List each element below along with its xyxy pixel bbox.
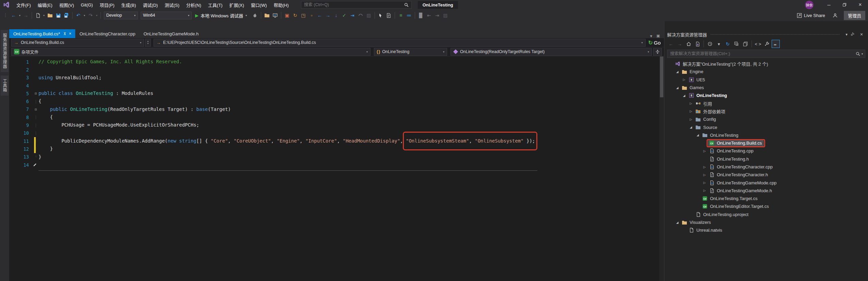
expander-expanded-icon[interactable]: ◢ [674, 86, 681, 89]
doc-tab[interactable]: OnLineTestingCharacter.cpp [75, 29, 139, 38]
code-line[interactable]: 14 [9, 161, 664, 169]
filter-dropdown[interactable]: ▾ [715, 40, 723, 48]
expander-collapsed-icon[interactable]: ▷ [701, 173, 708, 177]
collapse-region-icon[interactable]: ⊟ [33, 108, 38, 111]
new-file-dropdown[interactable]: ▾ [42, 11, 46, 19]
live-share-button[interactable]: Live Share [804, 13, 825, 18]
menu-item-w[interactable]: 窗口(W) [248, 0, 270, 10]
code-line[interactable]: 13└} [9, 153, 664, 161]
undo-icon[interactable]: ↶ [75, 11, 82, 19]
start-debugging-button[interactable]: ▶ 本地 Windows 调试器 ▾ [195, 12, 249, 19]
redo-dropdown[interactable]: ▾ [95, 11, 98, 19]
tree-item[interactable]: ▷OnLineTestingCharacter.h [664, 171, 868, 179]
doc-tab[interactable]: OnLineTesting.Build.cs*⊼× [9, 29, 75, 38]
editor-scrollbar[interactable] [659, 56, 664, 281]
pending-changes-filter-icon[interactable] [706, 40, 714, 48]
pin-icon[interactable]: ⊼ [63, 32, 66, 36]
doc-outline-icon[interactable] [385, 11, 393, 19]
tree-item[interactable]: Unreal.natvis [664, 226, 868, 234]
code-line[interactable]: 1// Copyright Epic Games, Inc. All Right… [9, 58, 664, 66]
code-line[interactable]: 7⊟ public OnLineTesting(ReadOnlyTargetRu… [9, 105, 664, 113]
tree-item[interactable]: C#OnLineTesting.Target.cs [664, 195, 868, 202]
small-step-icon[interactable]: ▫ [308, 11, 315, 19]
menu-item-d[interactable]: 调试(D) [139, 0, 161, 10]
menu-item-n[interactable]: 分析(N) [183, 0, 205, 10]
panel-close-icon[interactable]: × [858, 32, 865, 37]
preview-screen-icon[interactable] [271, 11, 279, 19]
expander-collapsed-icon[interactable]: ▷ [688, 118, 694, 121]
go-button[interactable]: ↻ Go [648, 39, 661, 46]
expander-expanded-icon[interactable]: ◢ [694, 133, 701, 137]
solution-search-box[interactable]: ▾ [667, 50, 865, 58]
tree-item[interactable]: ▷++OnLineTestingGameMode.cpp [664, 179, 868, 186]
doc-tab[interactable]: OnLineTestingGameMode.h [139, 29, 203, 38]
panel-menu-dropdown-icon[interactable]: ▾ [843, 32, 850, 37]
tree-item[interactable]: ▷++OnLineTestingCharacter.cpp [664, 163, 868, 171]
code-line[interactable]: 2 [9, 66, 664, 73]
tree-item[interactable]: C#OnLineTestingEditor.Target.cs [664, 202, 868, 210]
code-line[interactable]: 6│{ [9, 97, 664, 105]
file-path-dropdown[interactable]: → E:\UEProject\UE5C\OnLineTesting\Source… [154, 39, 646, 47]
navigate-fwd-blue-icon[interactable]: → [324, 11, 332, 19]
side-tab-toolbox[interactable]: 工具箱 [1, 76, 9, 96]
disabled-icon[interactable]: ▨ [365, 11, 373, 19]
collapse-all-icon[interactable] [732, 40, 741, 48]
tree-item[interactable]: ▷Config [664, 115, 868, 123]
code-line[interactable]: 9│ PCHUsage = PCHUsageMode.UseExplicitOr… [9, 121, 664, 129]
menu-item-x[interactable]: 扩展(X) [226, 0, 247, 10]
tree-item[interactable]: OnLineTesting.h [664, 155, 868, 163]
view-code-icon[interactable]: < > [754, 40, 762, 48]
tree-item[interactable]: C#OnLineTesting.Build.cs [664, 139, 868, 147]
solution-platform-dropdown[interactable]: Win64▾ [141, 12, 192, 19]
home-icon[interactable] [684, 40, 693, 48]
navigate-back-blue-icon[interactable]: ← [316, 11, 323, 19]
restore-button[interactable] [837, 0, 852, 10]
indent-right-icon[interactable]: ⇥ [433, 11, 441, 19]
expander-expanded-icon[interactable]: ◢ [681, 94, 688, 97]
undo-dropdown[interactable]: ▾ [83, 11, 86, 19]
code-line[interactable]: 5⊟public class OnLineTesting : ModuleRul… [9, 89, 664, 97]
hot-reload-icon[interactable] [251, 11, 259, 19]
tree-item[interactable]: ▷UE5 [664, 76, 868, 84]
tree-item[interactable]: ◢Source [664, 123, 868, 131]
file-spinner-control[interactable]: ▲▼ [145, 39, 151, 47]
menu-item-gitg[interactable]: Git(G) [77, 1, 96, 9]
code-line[interactable]: 8│ { [9, 113, 664, 121]
feedback-person-icon[interactable] [833, 13, 838, 18]
type-scope-dropdown[interactable]: { } OnLineTesting▾ [374, 48, 447, 56]
tree-item[interactable]: ◢Engine [664, 68, 868, 76]
refresh-project-icon[interactable]: ↻ [291, 11, 299, 19]
code-line[interactable]: 11│ PublicDependencyModuleNames.AddRange… [9, 137, 664, 145]
panel-pin-icon[interactable] [850, 32, 858, 36]
grip-icon[interactable]: ⁞ [2, 11, 9, 19]
quick-search-input[interactable] [301, 2, 404, 7]
check-icon[interactable]: ✓ [341, 11, 348, 19]
split-window-button[interactable] [653, 48, 662, 56]
redo-icon[interactable]: ↷ [87, 11, 94, 19]
explorer-back-icon[interactable]: ← [667, 40, 675, 48]
switch-views-icon[interactable] [693, 40, 701, 48]
code-line[interactable]: 3using UnrealBuildTool; [9, 74, 664, 82]
side-tab-server-explorer[interactable]: 服务器资源管理器 [1, 30, 9, 72]
menu-item-v[interactable]: 视图(V) [56, 0, 77, 10]
close-button[interactable]: × [852, 0, 868, 10]
user-avatar[interactable]: 钟余 [805, 1, 814, 9]
tree-item[interactable]: ▷引用 [664, 99, 868, 107]
tree-item[interactable]: OnLineTesting.uproject [664, 211, 868, 218]
properties-wrench-icon[interactable] [763, 40, 771, 48]
nav-back-icon[interactable]: ← [10, 11, 17, 19]
save-icon[interactable] [54, 11, 62, 19]
expander-expanded-icon[interactable]: ◢ [674, 221, 681, 224]
expander-collapsed-icon[interactable]: ▷ [701, 165, 708, 169]
pull-down-icon[interactable]: ↓ [332, 11, 340, 19]
select-cursor-icon[interactable] [377, 11, 384, 19]
expander-collapsed-icon[interactable]: ▷ [701, 181, 708, 184]
tree-item[interactable]: ◢Games [664, 84, 868, 92]
solution-config-dropdown[interactable]: Develop▾ [104, 12, 138, 19]
goto-doc-icon[interactable]: ⇥ [349, 11, 356, 19]
code-line[interactable]: 4 [9, 82, 664, 89]
menu-item-b[interactable]: 生成(B) [118, 0, 139, 10]
expander-collapsed-icon[interactable]: ▷ [688, 110, 694, 113]
list-members-icon[interactable]: ≡ [397, 11, 405, 19]
solution-search-input[interactable] [667, 51, 856, 56]
